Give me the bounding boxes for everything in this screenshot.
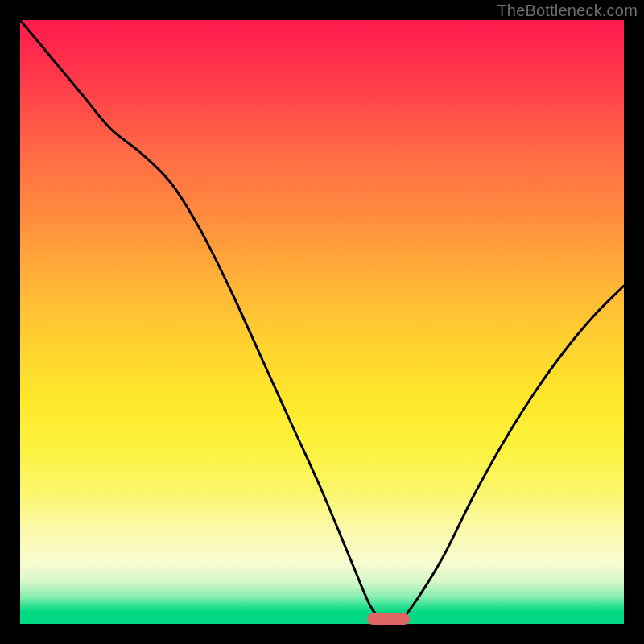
optimum-marker (367, 613, 410, 625)
watermark-text: TheBottleneck.com (497, 2, 638, 20)
bottleneck-curve (20, 20, 624, 624)
chart-frame: TheBottleneck.com (0, 0, 644, 644)
